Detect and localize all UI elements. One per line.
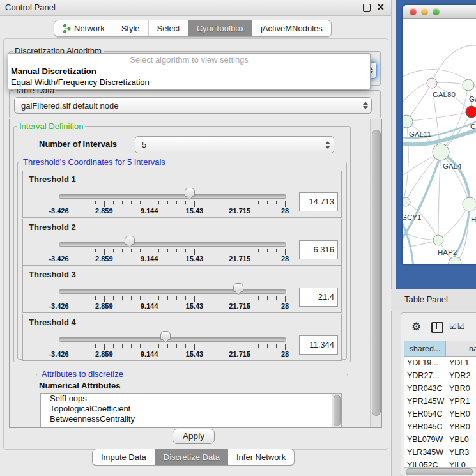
list-scrollbar-thumb[interactable] [334,395,341,426]
tab-select[interactable]: Select [149,20,188,36]
threshold-slider-handle[interactable] [160,331,171,340]
slider-tick [194,249,195,255]
network-canvas[interactable]: GAL80GACGAL11GAL4HGCY1HAP2 [403,18,476,264]
cell-name: YBR0 [447,382,476,395]
tab-jactivemnodules[interactable]: jActiveMNodules [252,20,331,36]
threshold-slider-handle[interactable] [185,188,195,197]
close-traffic-light-icon[interactable] [410,8,417,15]
network-node-top-right[interactable] [463,79,474,91]
table-horizontal-scrollbar-thumb[interactable] [406,468,473,475]
attribute-list-item[interactable]: TopologicalCoefficient [41,404,341,414]
network-edge [403,83,432,107]
close-icon[interactable]: ✕ [377,2,385,12]
threshold-value-field[interactable]: 6.316 [299,240,338,259]
slider-tick [122,296,123,300]
numerical-attributes-list[interactable]: SelfLoopsTopologicalCoefficientBetweenne… [40,393,342,428]
slider-tick [176,249,177,252]
tab-impute-data[interactable]: Impute Data [93,449,155,465]
network-node-h-node[interactable] [463,197,476,211]
tab-label: Network [74,24,105,33]
tab-cyni-toolbox[interactable]: Cyni Toolbox [188,20,252,36]
slider-tick [104,249,105,255]
threshold-value-field[interactable]: 11.344 [299,335,338,355]
dropdown-option-manual-discretization[interactable]: Manual Discretization [8,66,372,77]
tab-infer-network[interactable]: Infer Network [228,449,294,465]
tab-style[interactable]: Style [113,20,149,36]
slider-scale-label: 9.144 [141,350,158,358]
list-scrollbar[interactable] [332,394,341,427]
slider-tick [276,201,277,204]
network-node-gal80[interactable] [427,78,437,88]
slider-tick [167,296,168,300]
network-node-gal4[interactable] [433,144,449,160]
slider-tick [86,344,86,348]
combo-stepper-icon [322,141,334,149]
slider-tick [185,296,186,300]
threshold-value-field[interactable]: 21.4 [299,288,338,307]
slider-tick [113,344,114,348]
slider-tick [68,249,68,252]
slider-scale-label: 21.715 [229,207,250,215]
minimize-traffic-light-icon[interactable] [421,8,428,15]
slider-tick [77,344,77,348]
slider-tick [150,249,150,255]
network-edge [406,152,441,202]
gear-icon[interactable]: ⚙ [411,320,421,334]
table-panel-window: ⚙ ☑☑ shared... na YDL19...YDL1YDR27...YD… [401,312,476,476]
threshold-slider-track[interactable] [59,242,286,247]
settings-scrollbar-thumb[interactable] [372,130,381,416]
cell-name: YBR0 [447,420,476,433]
tab-discretize-data[interactable]: Discretize Data [155,449,228,465]
table-row[interactable]: YPR145WYPR1 [404,395,476,408]
zoom-traffic-light-icon[interactable] [433,8,440,15]
threshold-slider-handle[interactable] [233,283,243,292]
network-node-hap2[interactable] [433,235,443,245]
columns-icon[interactable] [431,322,443,333]
network-node-red-node[interactable] [466,106,476,118]
table-row[interactable]: YBR043CYBR0 [404,382,476,395]
slider-tick [240,296,240,302]
number-of-intervals-combobox[interactable]: 5 [135,136,334,153]
dropdown-option-equal-width-frequency[interactable]: Equal Width/Frequency Discretization [8,77,372,88]
table-row[interactable]: YDL19...YDL1 [404,357,476,369]
apply-button[interactable]: Apply [173,429,215,444]
slider-tick [231,249,231,252]
attribute-list-item[interactable]: BetweennessCentrality [41,414,341,424]
table-row[interactable]: YDR27...YDR2 [404,369,476,382]
column-header-name[interactable]: na [446,341,476,357]
network-window-titlebar[interactable] [403,5,476,19]
table-row[interactable]: YBR045CYBR0 [404,420,476,433]
network-node-gcy1[interactable] [403,197,410,206]
slider-scale-label: -3.426 [49,255,68,263]
table-body[interactable]: YDL19...YDL1YDR27...YDR2YBR043CYBR0YPR14… [404,357,476,467]
top-tab-bar: Network Style Select Cyni Toolbox jActiv… [54,20,332,37]
table-horizontal-scrollbar[interactable] [404,467,476,475]
slider-tick [249,249,249,252]
threshold-slider-track[interactable] [59,194,286,199]
table-row[interactable]: YIL052CYIL0 [404,459,476,467]
table-row[interactable]: YLR345WYLR3 [404,446,476,459]
attribute-list-item[interactable]: SelfLoops [41,394,341,404]
table-panel-titlebar: Table Panel [391,289,476,311]
threshold-panel: Threshold 3 21.4 -3.4262.8599.14415.4321… [22,266,342,313]
column-header-shared-name[interactable]: shared... [404,341,446,357]
checkbox-icons[interactable]: ☑☑ [449,321,465,331]
network-node-gal11[interactable] [403,115,413,128]
threshold-slider-handle[interactable] [125,236,135,245]
cell-name: YIL0 [447,459,476,467]
cell-name: YER0 [447,408,476,420]
threshold-slider-track[interactable] [59,289,286,294]
cell-shared-name: YDL19... [404,357,447,369]
float-window-icon[interactable] [363,4,371,12]
settings-scrollbar[interactable] [370,119,381,427]
table-row[interactable]: YBL079WYBL0 [404,433,476,446]
slider-scale-label: 21.715 [229,350,250,358]
network-node-label: GA [469,95,476,103]
threshold-value-field[interactable]: 14.713 [299,192,338,211]
tab-network[interactable]: Network [54,20,113,36]
control-panel: Control Panel ✕ Network Style Select Cyn… [0,0,392,476]
slider-tick [213,249,213,252]
table-data-combobox[interactable]: galFiltered.sif default node [14,97,372,114]
table-row[interactable]: YER054CYER0 [404,408,476,420]
threshold-slider-track[interactable] [59,337,286,342]
